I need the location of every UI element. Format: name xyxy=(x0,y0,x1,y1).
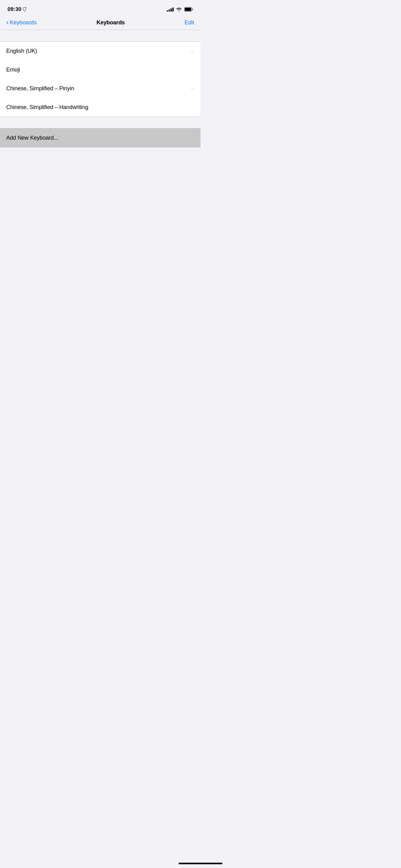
keyboard-item-chinese-handwriting[interactable]: Chinese, Simplified – Handwriting xyxy=(0,98,201,117)
battery-icon xyxy=(184,7,193,11)
keyboard-label-chinese-handwriting: Chinese, Simplified – Handwriting xyxy=(6,104,89,111)
status-time: 09:30 xyxy=(7,6,26,12)
keyboard-item-chinese-pinyin[interactable]: Chinese, Simplified – Pinyin › xyxy=(0,79,201,98)
back-chevron-icon: ‹ xyxy=(6,19,8,26)
keyboard-item-emoji[interactable]: Emoji xyxy=(0,60,201,79)
back-button[interactable]: ‹ Keyboards xyxy=(6,19,37,26)
edit-button[interactable]: Edit xyxy=(185,19,194,26)
svg-rect-1 xyxy=(185,8,191,11)
time-display: 09:30 xyxy=(7,6,21,12)
add-keyboard-group: Add New Keyboard... › xyxy=(0,128,201,148)
status-bar: 09:30 xyxy=(0,0,201,17)
keyboard-label-emoji: Emoji xyxy=(6,67,20,73)
keyboard-item-english-uk[interactable]: English (UK) › xyxy=(0,41,201,60)
add-keyboard-button[interactable]: Add New Keyboard... › xyxy=(0,128,201,147)
signal-bars-icon xyxy=(167,7,174,11)
section-gap-middle xyxy=(0,117,201,128)
chevron-right-icon: › xyxy=(191,85,193,92)
location-icon xyxy=(23,7,26,11)
keyboard-label-chinese-pinyin: Chinese, Simplified – Pinyin xyxy=(6,85,74,92)
section-gap-top xyxy=(0,30,201,41)
chevron-right-add-icon: › xyxy=(191,135,193,141)
wifi-icon xyxy=(176,7,182,11)
status-icons xyxy=(167,7,193,11)
page-title: Keyboards xyxy=(97,19,125,26)
keyboard-label-english-uk: English (UK) xyxy=(6,48,37,54)
back-label: Keyboards xyxy=(10,19,37,26)
chevron-right-icon: › xyxy=(191,48,193,54)
nav-bar: ‹ Keyboards Keyboards Edit xyxy=(0,17,201,30)
add-keyboard-label: Add New Keyboard... xyxy=(6,135,58,141)
bottom-area xyxy=(0,148,201,429)
keyboards-list: English (UK) › Emoji Chinese, Simplified… xyxy=(0,41,201,117)
